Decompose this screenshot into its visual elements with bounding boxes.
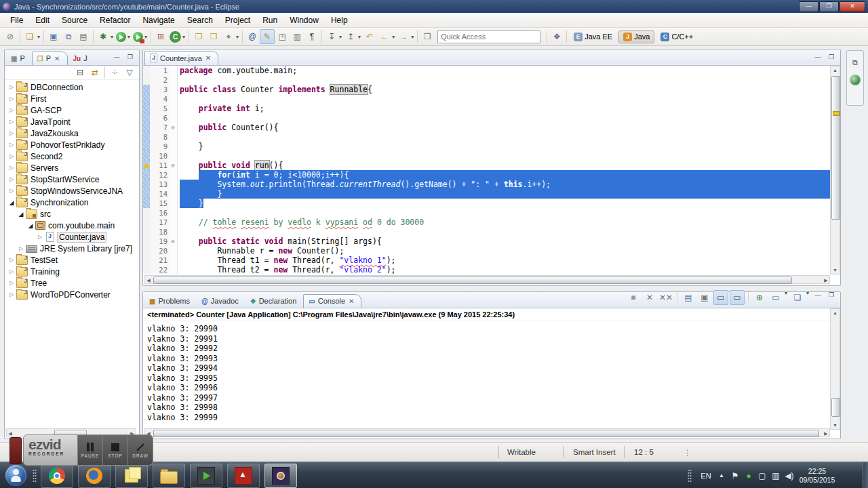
marker-column[interactable]	[143, 265, 150, 274]
marker-column[interactable]	[143, 199, 150, 208]
expand-arrow-icon[interactable]: ▷	[7, 268, 16, 274]
menu-window[interactable]: Window	[283, 14, 325, 26]
marker-column[interactable]	[143, 75, 150, 85]
restore-view-button[interactable]: ⧉	[849, 56, 861, 68]
scroll-lock-icon[interactable]: ▣	[697, 290, 712, 305]
console-minimize-button[interactable]: —	[812, 290, 824, 301]
marker-column[interactable]	[143, 94, 150, 104]
line-number[interactable]: 6	[150, 113, 169, 123]
tree-item-com-youtube-main[interactable]: ◢com.youtube.main	[5, 220, 139, 231]
tab-package-explorer[interactable]: ❒P✕	[32, 52, 68, 65]
line-number[interactable]: 8	[150, 132, 169, 142]
tree-item-javatpoint[interactable]: ▷JavaTpoint	[5, 116, 139, 127]
language-indicator[interactable]: EN	[697, 472, 715, 480]
menu-file[interactable]: File	[4, 14, 29, 26]
clear-console-icon[interactable]: ▤	[681, 290, 696, 305]
tab-javadoc[interactable]: @Javadoc	[197, 295, 245, 308]
show-clipboard-icon[interactable]: ▥	[290, 29, 304, 44]
save-icon[interactable]: ▣	[46, 29, 61, 44]
tree-item-ga-scp[interactable]: ▷GA-SCP	[5, 104, 139, 116]
minimize-button[interactable]: —	[799, 1, 818, 12]
show-stdout-change-icon[interactable]: ▭	[713, 290, 728, 305]
tab-junit[interactable]: JuJ	[68, 52, 94, 65]
marker-column[interactable]	[143, 180, 150, 189]
line-number[interactable]: 14	[150, 189, 169, 199]
console-hscrollbar[interactable]: ◀ ▶	[144, 428, 830, 437]
marker-column[interactable]	[143, 123, 150, 132]
tree-item-servers[interactable]: ▷Servers	[5, 162, 139, 174]
menu-help[interactable]: Help	[325, 14, 354, 26]
taskbar-sticky-notes[interactable]	[115, 464, 148, 488]
line-number[interactable]: 15	[150, 199, 169, 208]
perspective-c-cpp[interactable]: CC/C++	[656, 30, 698, 43]
display-selected-console-dropdown[interactable]: ▾	[785, 290, 787, 305]
next-annotation-dropdown[interactable]: ▾	[339, 34, 342, 40]
show-whitespace-icon[interactable]: ¶	[304, 29, 319, 44]
marker-column[interactable]	[143, 256, 150, 265]
close-button[interactable]: ✕	[840, 1, 865, 12]
console-vscrollbar[interactable]: ▲ ▼	[830, 308, 840, 430]
open-perspective-icon[interactable]: ❖	[549, 29, 564, 44]
open-type-hierarchy-icon[interactable]: ◳	[275, 29, 290, 44]
expand-arrow-icon[interactable]: ▷	[7, 130, 16, 136]
fold-collapse-icon[interactable]: ⊖	[169, 237, 178, 246]
expand-arrow-icon[interactable]: ▷	[7, 84, 16, 90]
editor-hscrollbar[interactable]: ◀ ▶	[144, 275, 830, 284]
hidden-icons-button[interactable]: ▲	[715, 472, 728, 479]
display-selected-console-icon[interactable]: ▭	[768, 290, 783, 305]
editor-tab-counter-java[interactable]: Counter.java ✕	[144, 51, 218, 65]
tree-item-synchronization[interactable]: ◢Synchronization	[5, 197, 139, 208]
tree-item-jre-system-library-jre7-[interactable]: ▷JRE System Library [jre7]	[5, 243, 139, 254]
run-icon[interactable]	[116, 32, 126, 42]
explorer-minimize-button[interactable]: —	[111, 52, 123, 63]
tree-item-second2[interactable]: ▷Second2	[5, 150, 139, 162]
next-annotation-icon[interactable]: ↧	[324, 29, 339, 44]
editor-vscrollbar[interactable]: ▲ ▼	[830, 66, 840, 274]
tree-item-src[interactable]: ◢src	[5, 208, 139, 220]
draw-button[interactable]: DRAW	[127, 435, 153, 465]
new-wizard-icon[interactable]: ❏	[22, 29, 37, 44]
terminate-icon[interactable]: ■	[626, 290, 641, 305]
taskbar-eclipse[interactable]	[264, 464, 297, 488]
line-number[interactable]: 9	[150, 142, 169, 151]
expand-arrow-icon[interactable]: ▷	[7, 176, 16, 182]
new-java-class-icon[interactable]: C	[170, 31, 181, 43]
tab-declaration[interactable]: ❖Declaration	[245, 295, 303, 308]
stop-button[interactable]: STOP	[102, 435, 127, 465]
editor-maximize-button[interactable]: ❐	[825, 52, 837, 63]
collapse-arrow-icon[interactable]: ◢	[17, 211, 25, 218]
expand-arrow-icon[interactable]: ▷	[7, 142, 16, 148]
warning-icon[interactable]	[143, 161, 150, 170]
view-menu-icon[interactable]: ▽	[122, 65, 137, 80]
menu-run[interactable]: Run	[256, 14, 283, 26]
line-number[interactable]: 13	[150, 180, 169, 189]
console-maximize-button[interactable]: ❐	[825, 290, 837, 301]
marker-column[interactable]	[143, 208, 150, 218]
expand-arrow-icon[interactable]: ▷	[7, 188, 16, 194]
marker-column[interactable]	[143, 142, 150, 151]
line-number[interactable]: 3	[150, 85, 169, 94]
line-number[interactable]: 2	[150, 75, 169, 85]
line-number[interactable]: 17	[150, 218, 169, 227]
view-menu-dots-icon[interactable]: ⁘	[107, 65, 122, 80]
tree-item-tree[interactable]: ▷Tree	[5, 277, 139, 289]
marker-column[interactable]	[143, 104, 150, 113]
taskbar-explorer[interactable]	[153, 464, 185, 488]
warning-overview-marker[interactable]	[833, 111, 840, 116]
tree-item-training[interactable]: ▷Training	[5, 266, 139, 277]
print-icon[interactable]: ▤	[76, 29, 91, 44]
tree-item-pohovortestpriklady[interactable]: ▷PohovorTestPriklady	[5, 139, 139, 150]
open-element-icon[interactable]: ❒	[191, 29, 206, 44]
menu-project[interactable]: Project	[219, 14, 256, 26]
marker-column[interactable]	[143, 237, 150, 246]
run-dropdown[interactable]: ▾	[127, 34, 130, 40]
marker-column[interactable]	[143, 189, 150, 199]
external-javadoc-icon[interactable]: @	[245, 29, 260, 44]
expand-arrow-icon[interactable]: ▷	[7, 107, 16, 113]
window-titlebar[interactable]: Java - Synchronization/src/com/youtube/m…	[0, 0, 868, 13]
forward-icon[interactable]: →	[396, 29, 411, 44]
expand-arrow-icon[interactable]: ▷	[7, 257, 16, 263]
menu-refactor[interactable]: Refactor	[94, 14, 136, 26]
line-number[interactable]: 19	[150, 237, 169, 246]
collapse-arrow-icon[interactable]: ◢	[7, 199, 16, 206]
